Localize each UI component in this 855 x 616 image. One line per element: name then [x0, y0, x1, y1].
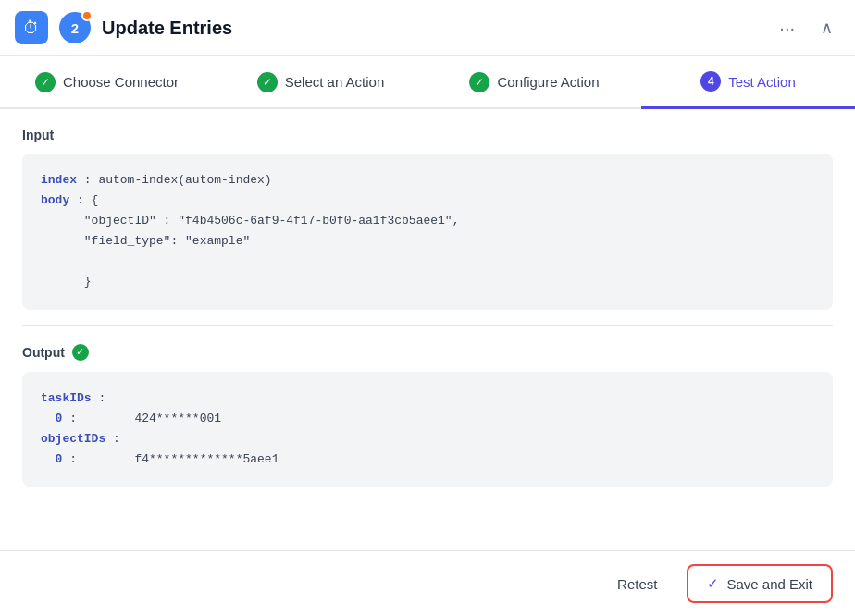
- output-code-block: taskIDs : 0 : 424******001 objectIDs : 0…: [22, 372, 833, 487]
- input-section: Input index : autom-index(autom-index) b…: [22, 128, 833, 310]
- step-4-number-icon: 4: [700, 71, 721, 92]
- output-line-taskids: taskIDs :: [41, 388, 814, 409]
- retest-button[interactable]: Retest: [602, 569, 672, 599]
- input-label: Input: [22, 128, 833, 142]
- save-exit-label: Save and Exit: [726, 576, 812, 592]
- page-title: Update Entries: [102, 18, 761, 39]
- app-icon: ⏱: [15, 11, 48, 44]
- notification-dot: [81, 10, 93, 21]
- collapse-button[interactable]: ∧: [813, 14, 840, 42]
- output-success-icon: ✓: [72, 344, 89, 361]
- more-options-button[interactable]: ···: [772, 14, 802, 43]
- footer: Retest ✓ Save and Exit: [0, 550, 855, 616]
- save-exit-button[interactable]: ✓ Save and Exit: [687, 564, 833, 603]
- save-exit-check-icon: ✓: [707, 575, 719, 592]
- section-divider: [22, 325, 833, 326]
- header: ⏱ 2 Update Entries ··· ∧: [0, 0, 855, 56]
- step-select-action[interactable]: ✓ Select an Action: [214, 56, 428, 107]
- code-line-index: index : autom-index(autom-index): [41, 170, 814, 191]
- code-line-blank: [41, 252, 814, 272]
- code-line-fieldtype: "field_type": "example": [41, 231, 814, 252]
- output-line-objectid-0: 0 : f4*************5aee1: [41, 450, 814, 470]
- step-2-check-icon: ✓: [257, 72, 278, 92]
- step-1-label: Choose Connector: [63, 74, 179, 90]
- main-content: Input index : autom-index(autom-index) b…: [0, 109, 855, 538]
- output-section: Output ✓ taskIDs : 0 : 424******001 obje…: [22, 344, 833, 487]
- step-4-label: Test Action: [728, 74, 796, 90]
- output-line-objectids: objectIDs :: [41, 429, 814, 450]
- step-3-label: Configure Action: [497, 74, 599, 90]
- step-test-action[interactable]: 4 Test Action: [641, 56, 855, 109]
- code-line-close: }: [41, 272, 814, 292]
- step-3-check-icon: ✓: [469, 72, 489, 92]
- step-configure-action[interactable]: ✓ Configure Action: [428, 56, 641, 107]
- step-2-label: Select an Action: [285, 74, 385, 90]
- code-line-body: body : {: [41, 191, 814, 211]
- steps-navigation: ✓ Choose Connector ✓ Select an Action ✓ …: [0, 56, 855, 109]
- code-line-objectid: "objectID" : "f4b4506c-6af9-4f17-b0f0-aa…: [41, 211, 814, 231]
- output-line-taskid-0: 0 : 424******001: [41, 409, 814, 429]
- output-label-row: Output ✓: [22, 344, 833, 361]
- output-label: Output: [22, 345, 65, 360]
- header-actions: ··· ∧: [772, 14, 840, 43]
- input-code-block: index : autom-index(autom-index) body : …: [22, 154, 833, 310]
- step-badge-container: 2: [59, 12, 91, 43]
- step-choose-connector[interactable]: ✓ Choose Connector: [0, 56, 214, 107]
- step-1-check-icon: ✓: [35, 72, 56, 92]
